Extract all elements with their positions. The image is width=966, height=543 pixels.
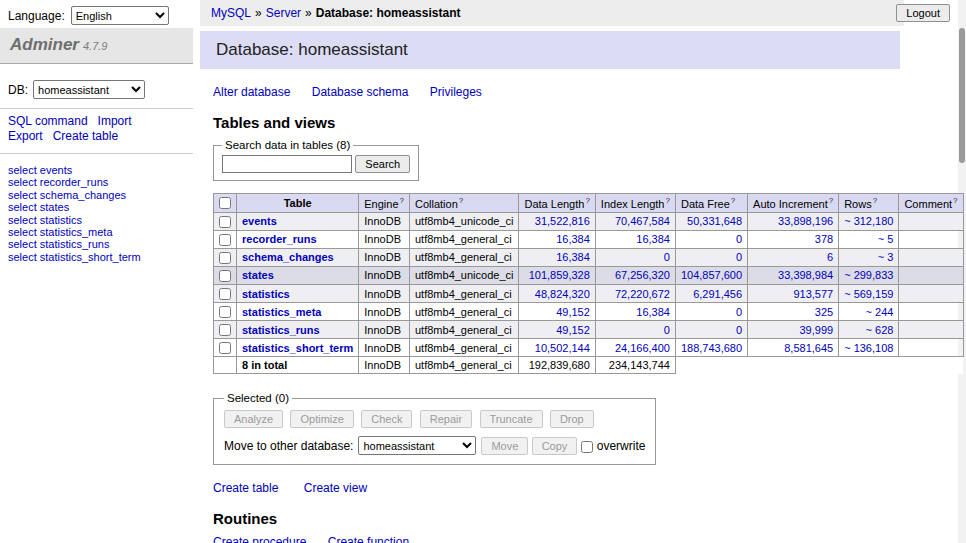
table-name-link[interactable]: statistics_runs <box>242 324 320 336</box>
index-length-value[interactable]: 24,166,400 <box>615 342 670 354</box>
language-select[interactable]: English <box>71 6 169 25</box>
drop-button[interactable]: Drop <box>550 410 594 428</box>
sidebar-item-select-recorder-runs[interactable]: select recorder_runs <box>8 176 185 188</box>
analyze-button[interactable]: Analyze <box>224 410 283 428</box>
data-length-value[interactable]: 101,859,328 <box>529 269 590 281</box>
copy-button[interactable]: Copy <box>532 437 578 455</box>
alter-database-link[interactable]: Alter database <box>213 85 290 99</box>
table-name-link[interactable]: statistics_meta <box>242 306 322 318</box>
sidebar-item-select-statistics-runs[interactable]: select statistics_runs <box>8 238 185 250</box>
row-select-checkbox[interactable] <box>219 216 231 228</box>
breadcrumb-server-link[interactable]: Server <box>266 6 301 20</box>
data-free-value[interactable]: 0 <box>736 251 742 263</box>
index-length-value[interactable]: 72,220,672 <box>615 288 670 300</box>
move-button[interactable]: Move <box>481 437 528 455</box>
export-link[interactable]: Export <box>8 129 43 143</box>
data-free-value[interactable]: 0 <box>736 306 742 318</box>
sidebar-item-select-states[interactable]: select states <box>8 201 185 213</box>
sidebar-item-select-statistics-meta[interactable]: select statistics_meta <box>8 226 185 238</box>
data-length-value[interactable]: 10,502,144 <box>535 342 590 354</box>
search-button[interactable]: Search <box>355 155 410 173</box>
auto-increment-value[interactable]: 33,898,196 <box>778 215 833 227</box>
create-view-link[interactable]: Create view <box>304 481 367 495</box>
database-schema-link[interactable]: Database schema <box>312 85 409 99</box>
auto-increment-value[interactable]: 6 <box>827 251 833 263</box>
data-free-value[interactable]: 50,331,648 <box>687 215 742 227</box>
rows-count-link[interactable]: ~ 299,833 <box>844 269 893 281</box>
data-free-value[interactable]: 6,291,456 <box>693 288 742 300</box>
row-select-checkbox[interactable] <box>219 234 231 246</box>
index-length-value[interactable]: 0 <box>664 251 670 263</box>
rows-count-link[interactable]: ~ 3 <box>878 251 894 263</box>
rows-count-link[interactable]: ~ 5 <box>878 233 894 245</box>
auto-increment-value[interactable]: 8,581,645 <box>784 342 833 354</box>
data-length-value[interactable]: 49,152 <box>556 324 590 336</box>
create-function-link[interactable]: Create function <box>328 535 409 543</box>
logout-button[interactable]: Logout <box>896 4 950 22</box>
breadcrumb-mysql-link[interactable]: MySQL <box>211 6 251 20</box>
data-length-value[interactable]: 48,824,320 <box>535 288 590 300</box>
rows-count-link[interactable]: ~ 628 <box>866 324 894 336</box>
sidebar-item-select-schema-changes[interactable]: select schema_changes <box>8 189 185 201</box>
create-table-link[interactable]: Create table <box>53 129 118 143</box>
auto-increment-value[interactable]: 33,398,984 <box>778 269 833 281</box>
auto-increment-value[interactable]: 913,577 <box>793 288 833 300</box>
sidebar-item-select-events[interactable]: select events <box>8 164 185 176</box>
table-name-link[interactable]: recorder_runs <box>242 233 317 245</box>
truncate-button[interactable]: Truncate <box>480 410 543 428</box>
data-length-value[interactable]: 16,384 <box>556 251 590 263</box>
row-select-checkbox[interactable] <box>219 306 231 318</box>
help-icon[interactable]: ? <box>585 196 589 205</box>
help-icon[interactable]: ? <box>459 196 463 205</box>
row-select-checkbox[interactable] <box>219 288 231 300</box>
help-icon[interactable]: ? <box>665 196 669 205</box>
auto-increment-value[interactable]: 325 <box>815 306 833 318</box>
data-free-value[interactable]: 0 <box>736 324 742 336</box>
table-name-link[interactable]: states <box>242 269 274 281</box>
sidebar-item-select-statistics[interactable]: select statistics <box>8 214 185 226</box>
data-free-value[interactable]: 188,743,680 <box>681 342 742 354</box>
help-icon[interactable]: ? <box>731 196 735 205</box>
row-select-checkbox[interactable] <box>219 324 231 336</box>
data-free-value[interactable]: 104,857,600 <box>681 269 742 281</box>
privileges-link[interactable]: Privileges <box>430 85 482 99</box>
data-length-value[interactable]: 49,152 <box>556 306 590 318</box>
db-select[interactable]: homeassistant <box>33 80 145 99</box>
rows-count-link[interactable]: ~ 136,108 <box>844 342 893 354</box>
optimize-button[interactable]: Optimize <box>290 410 353 428</box>
move-db-select[interactable]: homeassistant <box>358 436 476 455</box>
row-select-checkbox[interactable] <box>219 342 231 354</box>
help-icon[interactable]: ? <box>400 196 404 205</box>
table-name-link[interactable]: events <box>242 215 277 227</box>
rows-count-link[interactable]: ~ 244 <box>866 306 894 318</box>
data-free-value[interactable]: 0 <box>736 233 742 245</box>
row-select-checkbox[interactable] <box>219 270 231 282</box>
table-name-link[interactable]: statistics_short_term <box>242 342 353 354</box>
rows-count-link[interactable]: ~ 569,159 <box>844 288 893 300</box>
index-length-value[interactable]: 0 <box>664 324 670 336</box>
check-button[interactable]: Check <box>361 410 412 428</box>
help-icon[interactable]: ? <box>953 196 957 205</box>
search-input[interactable] <box>222 155 352 173</box>
sql-command-link[interactable]: SQL command <box>8 114 88 128</box>
auto-increment-value[interactable]: 378 <box>815 233 833 245</box>
scrollbar-thumb[interactable] <box>959 28 965 163</box>
overwrite-checkbox[interactable] <box>581 441 593 453</box>
create-procedure-link[interactable]: Create procedure <box>213 535 306 543</box>
create-table-link-main[interactable]: Create table <box>213 481 278 495</box>
row-select-checkbox[interactable] <box>219 252 231 264</box>
index-length-value[interactable]: 70,467,584 <box>615 215 670 227</box>
index-length-value[interactable]: 16,384 <box>636 306 670 318</box>
rows-count-link[interactable]: ~ 312,180 <box>844 215 893 227</box>
col-header-table[interactable]: Table <box>237 194 359 213</box>
select-all-checkbox[interactable] <box>219 197 231 209</box>
adminer-logo[interactable]: Adminer <box>10 35 79 54</box>
data-length-value[interactable]: 31,522,816 <box>535 215 590 227</box>
index-length-value[interactable]: 67,256,320 <box>615 269 670 281</box>
import-link[interactable]: Import <box>98 114 132 128</box>
auto-increment-value[interactable]: 39,999 <box>800 324 834 336</box>
help-icon[interactable]: ? <box>829 196 833 205</box>
sidebar-item-select-statistics-short-term[interactable]: select statistics_short_term <box>8 251 185 263</box>
help-icon[interactable]: ? <box>873 196 877 205</box>
data-length-value[interactable]: 16,384 <box>556 233 590 245</box>
